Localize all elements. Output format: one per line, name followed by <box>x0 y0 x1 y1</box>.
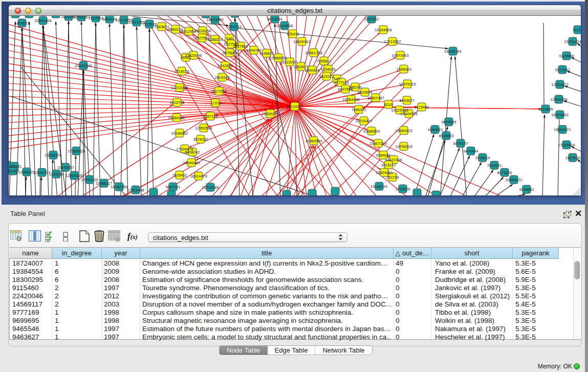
svg-text:11568329: 11568329 <box>18 170 35 174</box>
svg-text:1385001: 1385001 <box>9 164 22 169</box>
svg-text:1621022: 1621022 <box>319 74 334 79</box>
svg-text:12975115: 12975115 <box>399 82 416 86</box>
svg-text:7625402: 7625402 <box>172 173 187 178</box>
svg-text:8322037: 8322037 <box>282 60 297 64</box>
svg-text:9115460: 9115460 <box>415 105 429 110</box>
svg-text:16914479: 16914479 <box>190 174 207 179</box>
svg-text:16961758: 16961758 <box>305 51 322 55</box>
svg-text:15136141: 15136141 <box>371 184 387 189</box>
svg-text:11700: 11700 <box>210 101 221 105</box>
svg-text:12942737: 12942737 <box>33 170 50 175</box>
svg-text:13449575: 13449575 <box>400 112 417 116</box>
svg-text:19756928: 19756928 <box>395 144 412 149</box>
svg-text:1167534: 1167534 <box>565 156 580 160</box>
svg-text:9777169: 9777169 <box>334 80 349 85</box>
svg-text:1610755: 1610755 <box>169 100 184 105</box>
svg-text:18724007: 18724007 <box>286 104 303 109</box>
svg-text:9657791: 9657791 <box>165 185 180 189</box>
svg-text:9245652: 9245652 <box>519 187 534 192</box>
svg-text:7485063: 7485063 <box>396 67 411 72</box>
svg-text:1527602: 1527602 <box>88 16 103 20</box>
svg-text:2935114: 2935114 <box>475 156 490 160</box>
svg-text:18807249: 18807249 <box>369 141 386 146</box>
svg-text:9474444: 9474444 <box>463 149 478 154</box>
svg-text:3267110: 3267110 <box>203 114 218 119</box>
svg-text:3215955: 3215955 <box>538 107 553 112</box>
svg-text:20206576: 20206576 <box>45 153 61 158</box>
svg-text:10975857: 10975857 <box>57 165 74 170</box>
svg-text:16648784: 16648784 <box>444 49 461 54</box>
svg-text:14120746: 14120746 <box>385 158 402 162</box>
svg-text:24099489: 24099489 <box>183 161 200 165</box>
svg-text:17016504: 17016504 <box>558 143 575 147</box>
svg-text:12353594: 12353594 <box>195 126 212 130</box>
svg-text:19218506: 19218506 <box>276 24 293 28</box>
svg-text:19384554: 19384554 <box>305 139 322 143</box>
svg-text:746266: 746266 <box>349 85 361 90</box>
svg-text:15751074: 15751074 <box>564 39 581 44</box>
svg-text:2967608: 2967608 <box>233 44 248 49</box>
svg-text:20053346: 20053346 <box>75 63 92 68</box>
svg-text:1733426: 1733426 <box>395 187 410 191</box>
svg-text:12213957: 12213957 <box>384 39 401 44</box>
svg-text:10688609: 10688609 <box>363 129 380 134</box>
svg-text:6479197: 6479197 <box>453 141 468 146</box>
svg-text:10553257: 10553257 <box>73 16 90 19</box>
svg-text:9463627: 9463627 <box>399 98 414 103</box>
svg-text:6216: 6216 <box>384 102 393 107</box>
svg-text:8813054: 8813054 <box>267 17 282 21</box>
svg-text:16782759: 16782759 <box>111 185 127 189</box>
svg-text:546: 546 <box>226 36 233 41</box>
svg-text:12444158: 12444158 <box>550 97 567 102</box>
svg-text:15720407: 15720407 <box>355 119 372 123</box>
svg-text:8938923: 8938923 <box>439 134 453 138</box>
svg-text:3624554: 3624554 <box>357 90 372 95</box>
svg-text:3875685: 3875685 <box>222 51 237 55</box>
svg-text:10973493: 10973493 <box>391 53 408 58</box>
svg-text:12923468: 12923468 <box>127 188 144 192</box>
svg-text:9699695: 9699695 <box>441 120 456 124</box>
svg-text:991457: 991457 <box>9 169 19 173</box>
svg-text:9384067: 9384067 <box>376 153 390 158</box>
svg-text:13654923: 13654923 <box>395 128 412 133</box>
svg-text:9242848: 9242848 <box>217 63 232 68</box>
svg-text:16210643: 16210643 <box>551 113 568 117</box>
svg-text:1405571: 1405571 <box>14 21 29 26</box>
svg-text:19166852: 19166852 <box>171 131 188 136</box>
svg-text:7886372: 7886372 <box>351 107 366 112</box>
svg-text:8990448: 8990448 <box>304 68 319 73</box>
svg-text:2087652: 2087652 <box>364 17 379 21</box>
svg-text:15524861: 15524861 <box>376 170 393 175</box>
svg-text:7357224: 7357224 <box>226 25 241 29</box>
svg-text:15692971: 15692971 <box>554 127 571 132</box>
svg-text:6794028: 6794028 <box>320 67 335 72</box>
svg-text:17359928: 17359928 <box>68 149 84 154</box>
svg-text:16654982: 16654982 <box>168 116 185 120</box>
svg-text:1640953: 1640953 <box>427 127 442 132</box>
svg-text:11123: 11123 <box>573 28 581 32</box>
svg-text:16033809: 16033809 <box>206 17 223 22</box>
svg-text:8660124: 8660124 <box>168 27 183 32</box>
svg-text:9129966: 9129966 <box>559 54 574 58</box>
svg-text:20691406: 20691406 <box>34 18 51 23</box>
svg-text:7955812: 7955812 <box>316 59 331 63</box>
svg-text:8471626: 8471626 <box>497 170 512 175</box>
svg-text:10654122: 10654122 <box>505 178 522 182</box>
svg-text:10807487: 10807487 <box>367 96 384 100</box>
svg-text:125419: 125419 <box>286 32 299 36</box>
svg-text:5498242: 5498242 <box>185 150 200 155</box>
svg-text:10154808: 10154808 <box>375 28 391 32</box>
svg-text:7632621: 7632621 <box>487 163 502 168</box>
svg-text:9146821: 9146821 <box>259 51 274 56</box>
svg-text:98961: 98961 <box>181 55 191 60</box>
svg-text:12213369: 12213369 <box>171 85 188 90</box>
svg-text:21564436: 21564436 <box>342 97 359 102</box>
svg-text:1345134: 1345134 <box>49 172 63 177</box>
svg-text:2718176: 2718176 <box>174 69 189 74</box>
svg-text:12505135: 12505135 <box>66 173 82 178</box>
svg-text:25300293: 25300293 <box>262 112 278 116</box>
svg-text:18640910: 18640910 <box>293 39 310 44</box>
svg-text:3578332: 3578332 <box>193 137 208 142</box>
svg-text:12093872: 12093872 <box>551 82 568 87</box>
svg-text:10958117: 10958117 <box>96 181 113 186</box>
